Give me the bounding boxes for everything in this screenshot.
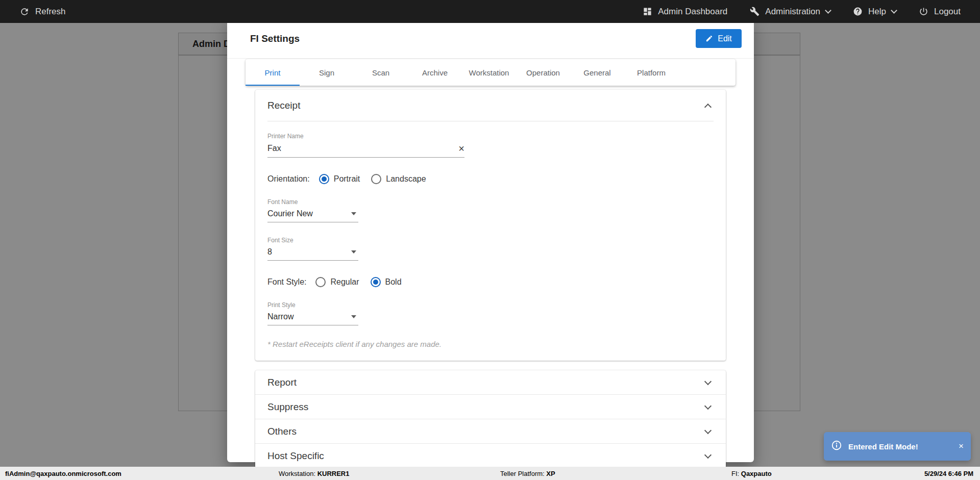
expand-button[interactable] bbox=[702, 401, 714, 413]
tab-scan[interactable]: Scan bbox=[354, 59, 408, 86]
tab-label: Platform bbox=[637, 68, 666, 77]
receipt-body: Printer Name Fax × Orientation: Portrait… bbox=[255, 133, 726, 361]
help-icon bbox=[853, 7, 863, 16]
tabs-bar: Print Sign Scan Archive Workstation Oper… bbox=[246, 59, 736, 86]
print-style-value: Narrow bbox=[267, 312, 294, 321]
logout-label: Logout bbox=[934, 7, 961, 17]
logout-button[interactable]: Logout bbox=[919, 7, 961, 17]
dropdown-caret-icon bbox=[351, 250, 356, 254]
chevron-down-icon bbox=[891, 7, 897, 14]
help-label: Help bbox=[868, 7, 886, 17]
font-name-select[interactable]: Courier New bbox=[267, 207, 358, 222]
chevron-down-icon bbox=[704, 451, 712, 459]
fi-label: FI: bbox=[731, 470, 741, 477]
pencil-icon bbox=[705, 35, 713, 42]
accordion-others[interactable]: Others bbox=[255, 419, 726, 444]
expand-button[interactable] bbox=[702, 450, 714, 462]
dropdown-caret-icon bbox=[351, 212, 356, 215]
radio-regular-label: Regular bbox=[330, 277, 359, 287]
wrench-icon bbox=[750, 7, 760, 16]
administration-label: Administration bbox=[765, 7, 820, 17]
accordion-suppress[interactable]: Suppress bbox=[255, 395, 726, 419]
status-bar: fiAdmin@qaxpauto.onmicrosoft.com Worksta… bbox=[0, 467, 980, 480]
printer-name-label: Printer Name bbox=[267, 133, 714, 140]
teller-platform-label: Teller Platform: bbox=[500, 470, 546, 477]
font-style-label: Font Style: bbox=[267, 277, 306, 287]
print-style-label: Print Style bbox=[267, 301, 358, 309]
font-size-label: Font Size bbox=[267, 237, 358, 244]
print-style-group: Print Style Narrow bbox=[267, 301, 358, 325]
restart-note: * Restart eReceipts client if any change… bbox=[267, 340, 714, 348]
tab-sign[interactable]: Sign bbox=[300, 59, 354, 86]
tab-general[interactable]: General bbox=[570, 59, 624, 86]
tab-print[interactable]: Print bbox=[246, 59, 300, 86]
user-email: fiAdmin@qaxpauto.onmicrosoft.com bbox=[5, 470, 121, 477]
print-style-select[interactable]: Narrow bbox=[267, 310, 358, 325]
workstation-status: Workstation: KURRER1 bbox=[279, 470, 349, 477]
tab-label: Print bbox=[265, 68, 281, 77]
tab-label: Sign bbox=[319, 68, 334, 77]
refresh-label: Refresh bbox=[35, 7, 66, 17]
tab-label: General bbox=[583, 68, 610, 77]
tab-label: Workstation bbox=[469, 68, 509, 77]
fi-value: Qaxpauto bbox=[741, 470, 772, 477]
teller-platform-status: Teller Platform: XP bbox=[500, 470, 555, 477]
font-size-select[interactable]: 8 bbox=[267, 245, 358, 261]
clear-icon[interactable]: × bbox=[458, 143, 464, 154]
accordion-others-title: Others bbox=[267, 426, 297, 437]
radio-landscape[interactable]: Landscape bbox=[371, 174, 426, 184]
radio-portrait[interactable]: Portrait bbox=[319, 174, 360, 184]
radio-landscape-label: Landscape bbox=[386, 174, 426, 184]
administration-menu[interactable]: Administration bbox=[750, 7, 830, 17]
expand-button[interactable] bbox=[702, 377, 714, 388]
font-name-value: Courier New bbox=[267, 209, 313, 218]
refresh-button[interactable]: Refresh bbox=[19, 7, 66, 17]
tab-workstation[interactable]: Workstation bbox=[462, 59, 516, 86]
radio-bold-label: Bold bbox=[385, 277, 402, 287]
topbar: Refresh Admin Dashboard Administration H… bbox=[0, 0, 980, 23]
toast-message: Entered Edit Mode! bbox=[848, 442, 918, 451]
font-style-group: Font Style: Regular Bold bbox=[267, 277, 714, 287]
tab-operation[interactable]: Operation bbox=[516, 59, 570, 86]
radio-checked-icon bbox=[371, 277, 381, 287]
chevron-down-icon bbox=[704, 426, 712, 434]
tab-label: Scan bbox=[372, 68, 389, 77]
tab-label: Operation bbox=[526, 68, 560, 77]
tab-platform[interactable]: Platform bbox=[624, 59, 678, 86]
accordion-suppress-title: Suppress bbox=[267, 401, 308, 413]
chevron-down-icon bbox=[704, 402, 712, 409]
tab-archive[interactable]: Archive bbox=[408, 59, 462, 86]
edit-button-label: Edit bbox=[718, 34, 732, 43]
radio-bold[interactable]: Bold bbox=[371, 277, 402, 287]
collapse-button[interactable] bbox=[702, 100, 714, 111]
receipt-accordion-header[interactable]: Receipt bbox=[255, 90, 726, 121]
font-name-group: Font Name Courier New bbox=[267, 198, 358, 222]
chevron-down-icon bbox=[704, 377, 712, 385]
receipt-title: Receipt bbox=[267, 100, 300, 111]
accordion-report-title: Report bbox=[267, 377, 297, 388]
orientation-group: Orientation: Portrait Landscape bbox=[267, 174, 714, 184]
accordion-report[interactable]: Report bbox=[255, 370, 726, 395]
printer-name-value: Fax bbox=[267, 144, 281, 153]
help-menu[interactable]: Help bbox=[853, 7, 896, 17]
font-size-value: 8 bbox=[267, 247, 272, 257]
workstation-label: Workstation: bbox=[279, 470, 317, 477]
admin-dashboard-button[interactable]: Admin Dashboard bbox=[643, 7, 727, 17]
dialog-title: FI Settings bbox=[250, 33, 300, 44]
divider bbox=[267, 121, 714, 121]
expand-button[interactable] bbox=[702, 426, 714, 437]
radio-regular[interactable]: Regular bbox=[315, 277, 359, 287]
fi-status: FI: Qaxpauto bbox=[731, 470, 772, 477]
teller-platform-value: XP bbox=[546, 470, 555, 477]
toast-close-icon[interactable]: × bbox=[959, 441, 964, 451]
radio-portrait-label: Portrait bbox=[334, 174, 360, 184]
info-icon bbox=[831, 440, 842, 453]
admin-dashboard-label: Admin Dashboard bbox=[658, 7, 727, 17]
printer-name-field[interactable]: Fax × bbox=[267, 141, 464, 158]
orientation-label: Orientation: bbox=[267, 174, 310, 184]
datetime: 5/29/24 6:46 PM bbox=[924, 470, 973, 477]
printer-name-group: Printer Name Fax × bbox=[267, 133, 714, 158]
accordion-host-specific[interactable]: Host Specific bbox=[255, 444, 726, 468]
dashboard-grid-icon bbox=[643, 7, 652, 16]
edit-button[interactable]: Edit bbox=[696, 29, 742, 48]
